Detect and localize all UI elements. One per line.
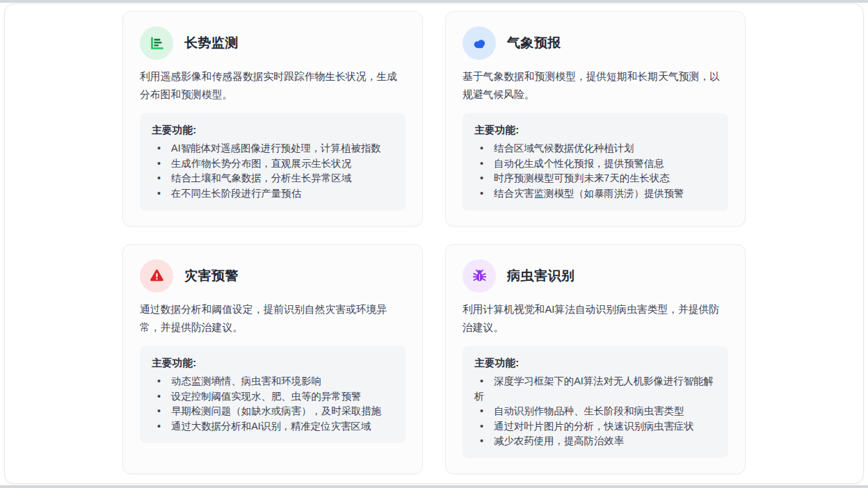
bullet-icon: •	[480, 172, 483, 184]
bullet-icon: •	[157, 391, 161, 402]
features-heading: 主要功能:	[152, 355, 394, 371]
feature-item: •结合区域气候数据优化种植计划	[474, 141, 717, 156]
card-header: 灾害预警	[140, 259, 405, 293]
feature-item: •生成作物长势分布图，直观展示生长状况	[152, 156, 394, 172]
card-header: 长势监测	[140, 26, 405, 60]
features-list: •深度学习框架下的AI算法对无人机影像进行智能解析 •自动识别作物品种、生长阶段…	[474, 374, 717, 449]
bug-icon	[463, 259, 496, 293]
feature-item: •早期检测问题（如缺水或病害），及时采取措施	[152, 404, 394, 419]
bullet-icon: •	[480, 188, 483, 199]
features-heading: 主要功能:	[152, 122, 394, 138]
feature-item: •自动识别作物品种、生长阶段和病虫害类型	[474, 404, 717, 419]
features-box: 主要功能: •深度学习框架下的AI算法对无人机影像进行智能解析 •自动识别作物品…	[463, 346, 728, 458]
card-header: 气象预报	[463, 26, 728, 60]
card-description: 基于气象数据和预测模型，提供短期和长期天气预测，以规避气候风险。	[463, 67, 728, 104]
features-heading: 主要功能:	[474, 122, 717, 138]
feature-item: •深度学习框架下的AI算法对无人机影像进行智能解析	[474, 374, 717, 404]
feature-item: •通过对叶片图片的分析，快速识别病虫害症状	[474, 419, 717, 434]
bullet-icon: •	[157, 375, 161, 387]
card-description: 利用计算机视觉和AI算法自动识别病虫害类型，并提供防治建议。	[463, 300, 728, 336]
cloud-icon	[463, 26, 496, 60]
features-heading: 主要功能:	[474, 355, 717, 371]
feature-item: •AI智能体对遥感图像进行预处理，计算植被指数	[152, 141, 394, 156]
card-header: 病虫害识别	[463, 259, 728, 293]
features-list: •结合区域气候数据优化种植计划 •自动化生成个性化预报，提供预警信息 •时序预测…	[474, 141, 717, 201]
feature-item: •通过大数据分析和AI识别，精准定位灾害区域	[152, 419, 394, 434]
feature-item: •动态监测墒情、病虫害和环境影响	[152, 374, 394, 389]
card-growth-monitoring: 长势监测 利用遥感影像和传感器数据实时跟踪作物生长状况，生成分布图和预测模型。 …	[122, 11, 423, 227]
features-box: 主要功能: •结合区域气候数据优化种植计划 •自动化生成个性化预报，提供预警信息…	[463, 113, 728, 211]
bullet-icon: •	[480, 375, 483, 387]
bullet-icon: •	[480, 435, 483, 446]
bullet-icon: •	[480, 405, 483, 416]
alert-triangle-icon	[140, 259, 173, 293]
card-title: 长势监测	[184, 34, 239, 52]
card-weather-forecast: 气象预报 基于气象数据和预测模型，提供短期和长期天气预测，以规避气候风险。 主要…	[445, 11, 746, 227]
features-box: 主要功能: •AI智能体对遥感图像进行预处理，计算植被指数 •生成作物长势分布图…	[140, 113, 405, 211]
bullet-icon: •	[157, 188, 161, 199]
feature-item: •自动化生成个性化预报，提供预警信息	[474, 156, 717, 172]
bottom-edge-strip	[0, 485, 868, 488]
feature-item: •减少农药使用，提高防治效率	[474, 434, 717, 449]
card-description: 通过数据分析和阈值设定，提前识别自然灾害或环境异常，并提供防治建议。	[140, 300, 405, 336]
features-box: 主要功能: •动态监测墒情、病虫害和环境影响 •设定控制阈值实现水、肥、虫等的异…	[140, 346, 405, 444]
feature-item: •设定控制阈值实现水、肥、虫等的异常预警	[152, 389, 394, 405]
card-title: 病虫害识别	[507, 267, 575, 285]
card-pest-identification: 病虫害识别 利用计算机视觉和AI算法自动识别病虫害类型，并提供防治建议。 主要功…	[445, 244, 746, 474]
card-title: 气象预报	[507, 34, 561, 52]
bullet-icon: •	[157, 405, 161, 416]
bullet-icon: •	[157, 421, 161, 432]
bullet-icon: •	[480, 421, 483, 432]
features-list: •动态监测墒情、病虫害和环境影响 •设定控制阈值实现水、肥、虫等的异常预警 •早…	[152, 374, 394, 434]
growth-chart-icon	[140, 26, 173, 60]
feature-item: •在不同生长阶段进行产量预估	[152, 186, 394, 202]
card-title: 灾害预警	[184, 267, 239, 285]
bullet-icon: •	[157, 143, 161, 154]
card-description: 利用遥感影像和传感器数据实时跟踪作物生长状况，生成分布图和预测模型。	[140, 67, 405, 104]
top-edge-strip	[0, 0, 868, 3]
feature-item: •时序预测模型可预判未来7天的生长状态	[474, 171, 717, 186]
features-list: •AI智能体对遥感图像进行预处理，计算植被指数 •生成作物长势分布图，直观展示生…	[152, 141, 394, 201]
feature-item: •结合灾害监测模型（如暴雨洪涝）提供预警	[474, 186, 717, 202]
feature-card-grid: 长势监测 利用遥感影像和传感器数据实时跟踪作物生长状况，生成分布图和预测模型。 …	[122, 11, 746, 474]
bullet-icon: •	[157, 158, 161, 169]
content-frame: 长势监测 利用遥感影像和传感器数据实时跟踪作物生长状况，生成分布图和预测模型。 …	[4, 3, 864, 484]
bullet-icon: •	[480, 143, 483, 154]
bullet-icon: •	[480, 158, 483, 169]
card-disaster-warning: 灾害预警 通过数据分析和阈值设定，提前识别自然灾害或环境异常，并提供防治建议。 …	[122, 244, 423, 474]
feature-item: •结合土壤和气象数据，分析生长异常区域	[152, 171, 394, 186]
bullet-icon: •	[157, 172, 161, 184]
